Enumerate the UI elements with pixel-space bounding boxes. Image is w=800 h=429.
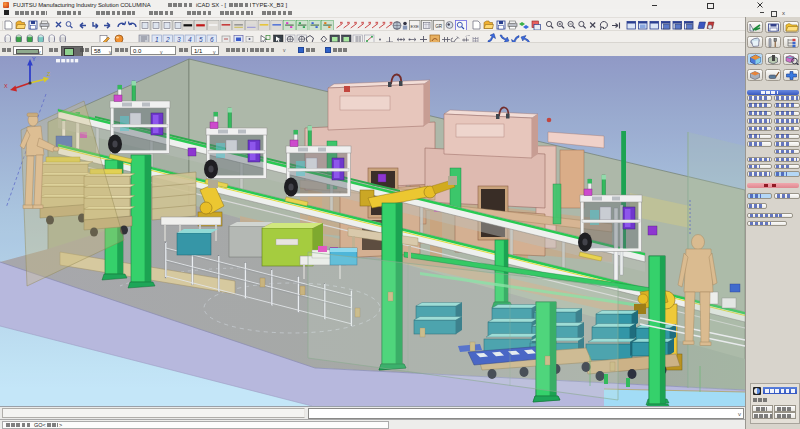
svg-text:GR: GR xyxy=(435,24,443,29)
svg-text:EXE: EXE xyxy=(411,24,420,29)
